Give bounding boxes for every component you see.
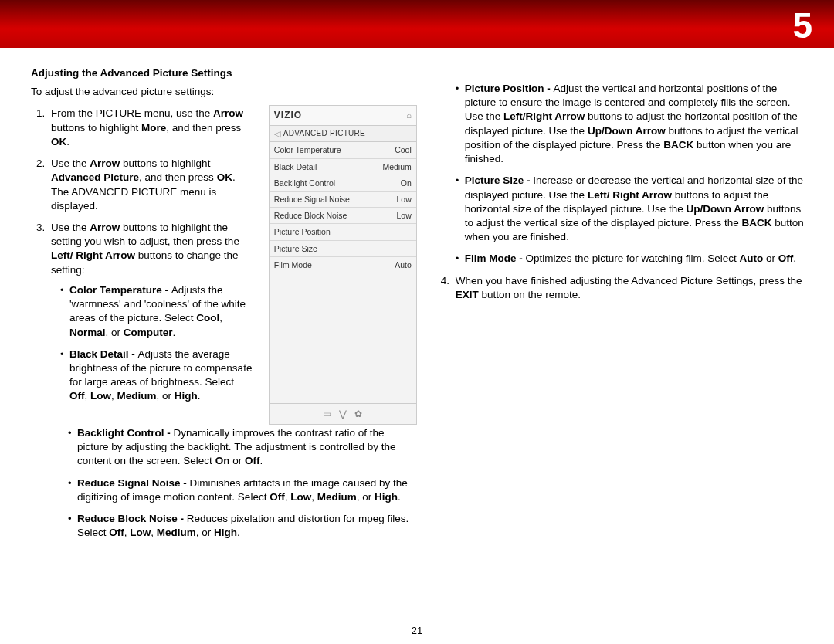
chapter-header: 5 [0, 0, 834, 48]
step-2: Use the Arrow buttons to highlight Advan… [48, 157, 255, 213]
page-number: 21 [0, 624, 834, 638]
advanced-picture-panel: VIZIO ⌂ ◁ ADVANCED PICTURE Color Tempera… [269, 105, 417, 425]
step-1: From the PICTURE menu, use the Arrow but… [48, 107, 255, 149]
step-3-sublist-narrow: Color Temperature - Adjusts the 'warmnes… [51, 283, 255, 404]
panel-row: Reduce Signal NoiseLow [270, 192, 416, 208]
step-3: Use the Arrow buttons to highlight the s… [48, 221, 255, 404]
item-black-detail: Black Detail - Adjusts the average brigh… [60, 347, 255, 404]
panel-row: Black DetailMedium [270, 159, 416, 175]
item-backlight-control: Backlight Control - Dynamically improves… [68, 426, 417, 469]
item-picture-position: Picture Position - Adjust the vertical a… [456, 82, 806, 166]
left-column: Adjusting the Advanced Picture Settings … [31, 66, 417, 548]
chapter-number: 5 [792, 2, 812, 49]
step-4: When you have finished adjusting the Adv… [453, 274, 806, 302]
panel-row: Reduce Block NoiseLow [270, 208, 416, 224]
item-reduce-block-noise: Reduce Block Noise - Reduces pixelation … [68, 512, 417, 540]
panel-row: Film ModeAuto [270, 257, 416, 273]
panel-row: Backlight ControlOn [270, 175, 416, 192]
panel-footer: ▭ ⋁ ✿ [270, 403, 416, 424]
home-icon: ⌂ [406, 110, 412, 121]
numbered-steps: From the PICTURE menu, use the Arrow but… [31, 107, 255, 403]
step-3-sublist-wide: Backlight Control - Dynamically improves… [31, 426, 417, 541]
right-column: Picture Position - Adjust the vertical a… [436, 66, 806, 548]
item-reduce-signal-noise: Reduce Signal Noise - Diminishes artifac… [68, 476, 417, 504]
panel-rows: Color TemperatureCool Black DetailMedium… [270, 142, 416, 273]
right-sublist: Picture Position - Adjust the vertical a… [436, 82, 806, 266]
panel-header: VIZIO ⌂ [270, 106, 416, 125]
page-content: Adjusting the Advanced Picture Settings … [0, 48, 834, 556]
section-title: Adjusting the Advanced Picture Settings [31, 66, 417, 80]
panel-title-row: ◁ ADVANCED PICTURE [270, 126, 416, 143]
panel-logo: VIZIO [274, 109, 302, 121]
right-steps: When you have finished adjusting the Adv… [436, 274, 806, 302]
chevron-down-icon: ⋁ [339, 408, 347, 420]
item-picture-size: Picture Size - Increase or decrease the … [456, 174, 806, 244]
item-color-temperature: Color Temperature - Adjusts the 'warmnes… [60, 283, 255, 340]
gear-icon: ✿ [354, 408, 362, 420]
steps-text: From the PICTURE menu, use the Arrow but… [31, 107, 255, 411]
panel-title: ADVANCED PICTURE [283, 128, 365, 139]
item-film-mode: Film Mode - Optimizes the picture for wa… [456, 252, 806, 266]
panel-row: Picture Position [270, 224, 416, 240]
steps-and-panel: From the PICTURE menu, use the Arrow but… [31, 107, 417, 425]
panel-row: Color TemperatureCool [270, 142, 416, 158]
intro-text: To adjust the advanced picture settings: [31, 85, 417, 99]
wide-icon: ▭ [323, 408, 331, 420]
panel-spacer [270, 273, 416, 403]
panel-row: Picture Size [270, 241, 416, 257]
back-icon: ◁ [274, 128, 280, 140]
